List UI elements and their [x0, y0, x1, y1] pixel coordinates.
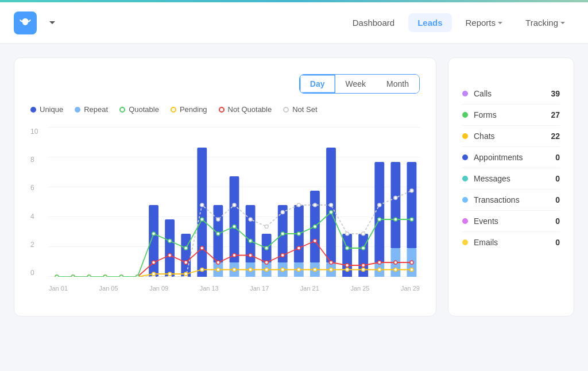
time-tab-day[interactable]: Day	[300, 75, 335, 93]
chart-body	[49, 127, 420, 277]
type-label-emails: Emails	[474, 238, 555, 247]
nav-item-dashboard[interactable]: Dashboard	[343, 13, 404, 32]
time-tab-month[interactable]: Month	[376, 75, 419, 93]
type-count-chats: 22	[551, 132, 560, 141]
type-dot-transactions	[462, 197, 468, 203]
type-dot-calls	[462, 91, 468, 96]
chevron-down-icon	[498, 22, 502, 24]
legend-dot-not-set	[283, 107, 289, 113]
x-label: Jan 09	[149, 285, 168, 292]
type-row-events: Events0	[462, 211, 560, 232]
legend-item-unique: Unique	[30, 105, 63, 114]
y-label: 6	[30, 184, 44, 192]
type-dot-messages	[462, 176, 468, 181]
type-dot-appointments	[462, 154, 468, 160]
x-label: Jan 05	[99, 285, 118, 292]
type-count-appointments: 0	[555, 153, 560, 162]
type-label-messages: Messages	[474, 174, 555, 183]
type-dot-emails	[462, 239, 468, 245]
y-axis: 0246810	[30, 127, 44, 277]
profile-name[interactable]	[46, 21, 55, 24]
nav-item-tracking[interactable]: Tracking	[516, 13, 574, 32]
x-label: Jan 25	[350, 285, 369, 292]
time-tabs: DayWeekMonth	[299, 74, 420, 94]
y-label: 2	[30, 241, 44, 249]
type-label-forms: Forms	[474, 110, 551, 119]
legend-item-quotable: Quotable	[119, 105, 159, 114]
type-label-calls: Calls	[474, 89, 551, 98]
type-row-chats: Chats22	[462, 126, 560, 147]
type-dot-forms	[462, 112, 468, 118]
y-label: 0	[30, 269, 44, 277]
type-row-forms: Forms27	[462, 105, 560, 126]
y-label: 8	[30, 156, 44, 164]
legend-dot-pending	[171, 107, 176, 113]
legend-item-not-quotable: Not Quotable	[219, 105, 272, 114]
type-count-messages: 0	[555, 174, 560, 183]
type-label-transactions: Transactions	[474, 195, 555, 204]
logo-icon	[14, 11, 37, 34]
type-row-messages: Messages0	[462, 168, 560, 190]
x-label: Jan 17	[250, 285, 269, 292]
chart-canvas	[49, 127, 420, 277]
type-count-emails: 0	[555, 238, 560, 247]
x-label: Jan 21	[300, 285, 319, 292]
legend-dot-not-quotable	[219, 107, 225, 113]
legend-item-pending: Pending	[171, 105, 207, 114]
chart-area: 0246810 Jan 01Jan 05Jan 09Jan 13Jan 17Ja…	[30, 127, 420, 300]
legend-item-repeat: Repeat	[75, 105, 108, 114]
type-count-events: 0	[555, 217, 560, 226]
type-dot-events	[462, 218, 468, 224]
type-row-transactions: Transactions0	[462, 190, 560, 211]
chevron-down-icon	[560, 22, 565, 24]
y-label: 4	[30, 212, 44, 221]
type-row-calls: Calls39	[462, 83, 560, 105]
type-list: Calls39Forms27Chats22Appointments0Messag…	[462, 83, 560, 253]
legend-dot-quotable	[119, 107, 125, 113]
x-label: Jan 29	[401, 285, 420, 292]
main-nav: DashboardLeadsReportsTracking	[343, 13, 574, 32]
x-label: Jan 01	[49, 285, 68, 292]
y-label: 10	[30, 127, 44, 136]
right-panel: Calls39Forms27Chats22Appointments0Messag…	[448, 57, 574, 316]
type-count-forms: 27	[551, 110, 560, 119]
profile-chevron-icon	[49, 21, 55, 24]
type-count-transactions: 0	[555, 195, 560, 204]
x-label: Jan 13	[200, 285, 219, 292]
x-axis: Jan 01Jan 05Jan 09Jan 13Jan 17Jan 21Jan …	[49, 277, 420, 300]
legend: UniqueRepeatQuotablePendingNot QuotableN…	[30, 105, 420, 114]
nav-item-leads[interactable]: Leads	[408, 13, 451, 32]
legend-dot-repeat	[75, 107, 80, 113]
header: DashboardLeadsReportsTracking	[0, 2, 588, 44]
profile-info	[46, 21, 55, 24]
type-row-appointments: Appointments0	[462, 147, 560, 168]
type-label-events: Events	[474, 217, 555, 226]
time-tab-week[interactable]: Week	[335, 75, 377, 93]
chart-header: DayWeekMonth	[30, 74, 420, 94]
legend-item-not-set: Not Set	[283, 105, 317, 114]
type-count-calls: 39	[551, 89, 560, 98]
chart-panel: DayWeekMonth UniqueRepeatQuotablePending…	[14, 57, 436, 316]
legend-dot-unique	[30, 107, 36, 113]
nav-item-reports[interactable]: Reports	[457, 13, 512, 32]
main-content: DayWeekMonth UniqueRepeatQuotablePending…	[0, 44, 588, 330]
type-dot-chats	[462, 133, 468, 139]
type-label-chats: Chats	[474, 132, 551, 141]
type-label-appointments: Appointments	[474, 153, 555, 162]
type-row-emails: Emails0	[462, 232, 560, 253]
